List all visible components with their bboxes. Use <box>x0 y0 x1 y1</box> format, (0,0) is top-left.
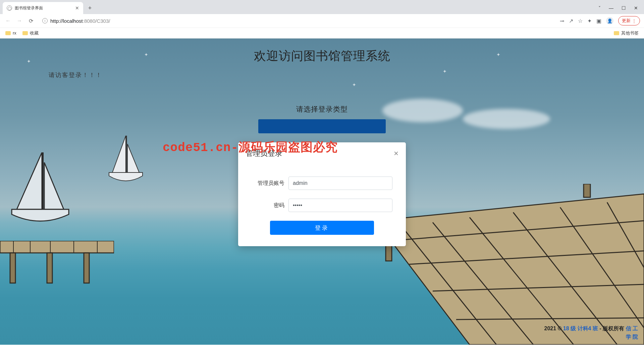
url-path: :8080/C303/ <box>83 18 110 24</box>
login-button[interactable]: 登录 <box>270 221 374 235</box>
browser-tab[interactable]: ◯ 图书馆登录界面 ✕ <box>3 2 83 14</box>
window-dropdown-icon[interactable]: ˅ <box>598 5 601 11</box>
footer-class-link[interactable]: 18 级 计科4 班 <box>563 326 598 331</box>
url-host: http://localhost <box>50 18 83 24</box>
other-bookmarks[interactable]: 其他书签 <box>614 30 639 36</box>
new-tab-button[interactable]: + <box>85 3 95 13</box>
extensions-icon[interactable]: ✦ <box>587 18 592 24</box>
folder-icon <box>5 31 11 35</box>
username-row: 管理员账号 <box>252 177 392 190</box>
forward-button[interactable]: → <box>15 17 23 25</box>
share-icon[interactable]: ↗ <box>569 18 573 24</box>
login-type-title: 请选择登录类型 <box>258 101 386 117</box>
modal-close-button[interactable]: × <box>394 149 398 157</box>
modal-body: 管理员账号 密码 登录 <box>238 163 406 246</box>
page-title: 欢迎访问图书馆管理系统 <box>0 39 644 64</box>
star-icon[interactable]: ☆ <box>578 18 583 24</box>
footer: 2021 © 18 级 计科4 班 - 版权所有 信 工 学 院 <box>544 324 638 341</box>
globe-icon: ◯ <box>7 5 12 11</box>
admin-login-modal: 管理员登录 × 管理员账号 密码 登录 <box>238 142 406 246</box>
page-content: 欢迎访问图书馆管理系统 请访客登录！！！ 请选择登录类型 code51.cn-源… <box>0 39 644 345</box>
folder-icon <box>22 31 28 35</box>
window-maximize-icon[interactable]: ☐ <box>622 5 626 11</box>
menu-icon: ⋮ <box>632 18 636 23</box>
login-type-panel: 请选择登录类型 <box>258 101 386 133</box>
info-icon[interactable]: i <box>42 18 48 23</box>
reload-button[interactable]: ⟳ <box>27 17 35 25</box>
guest-login-note: 请访客登录！！！ <box>49 71 644 79</box>
key-icon[interactable]: ⊸ <box>560 18 564 24</box>
modal-header: 管理员登录 × <box>238 142 406 163</box>
tab-strip: ◯ 图书馆登录界面 ✕ + ˅ — ☐ ✕ <box>0 0 644 14</box>
footer-dept-link[interactable]: 信 工 <box>626 326 638 331</box>
side-panel-icon[interactable]: ▣ <box>596 18 601 24</box>
bookmark-item[interactable]: 收藏 <box>22 30 39 36</box>
tab-title: 图书馆登录界面 <box>15 5 72 11</box>
modal-title: 管理员登录 <box>246 148 282 158</box>
browser-chrome: ◯ 图书馆登录界面 ✕ + ˅ — ☐ ✕ ← → ⟳ i http://loc… <box>0 0 644 39</box>
username-label: 管理员账号 <box>252 180 284 187</box>
tab-close-icon[interactable]: ✕ <box>75 5 79 11</box>
address-bar[interactable]: i http://localhost:8080/C303/ <box>38 16 556 26</box>
folder-icon <box>614 31 619 35</box>
window-controls: ˅ — ☐ ✕ <box>598 2 644 14</box>
window-close-icon[interactable]: ✕ <box>634 5 638 11</box>
profile-avatar-icon[interactable]: 👤 <box>606 17 613 24</box>
password-row: 密码 <box>252 199 392 212</box>
password-input[interactable] <box>288 199 392 212</box>
password-label: 密码 <box>252 202 284 209</box>
toolbar: ← → ⟳ i http://localhost:8080/C303/ ⊸ ↗ … <box>0 14 644 27</box>
update-button[interactable]: 更新 ⋮ <box>618 16 640 25</box>
bookmark-item[interactable]: rx <box>5 30 16 36</box>
footer-college-link[interactable]: 学 院 <box>626 334 638 340</box>
bookmarks-bar: rx 收藏 其他书签 <box>0 27 644 38</box>
page-viewport: ✦ ✦ ✦ ✦ ✦ <box>0 39 644 345</box>
username-input[interactable] <box>288 177 392 190</box>
window-minimize-icon[interactable]: — <box>609 5 613 11</box>
toolbar-right: ⊸ ↗ ☆ ✦ ▣ 👤 更新 ⋮ <box>560 16 640 25</box>
login-type-selected-strip[interactable] <box>258 119 386 133</box>
back-button[interactable]: ← <box>4 17 12 25</box>
